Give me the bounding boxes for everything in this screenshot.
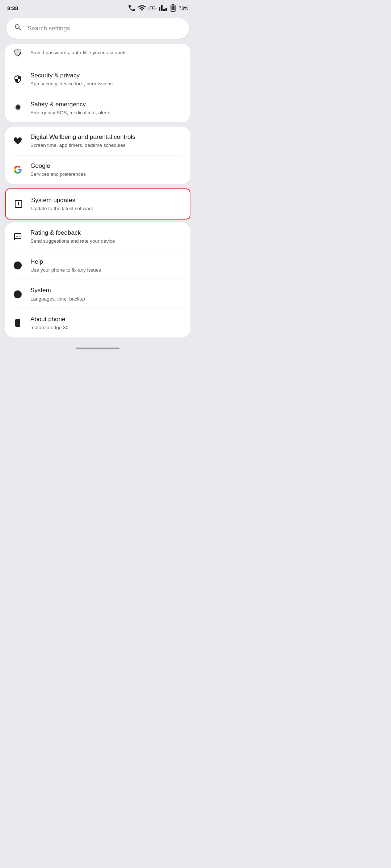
help-title: Help <box>30 258 183 266</box>
home-bar <box>76 348 119 349</box>
security-privacy-item[interactable]: Security & privacy App security, device … <box>5 65 190 94</box>
svg-rect-2 <box>171 6 175 10</box>
google-text: Google Services and preferences <box>30 162 183 178</box>
system-updates-title: System updates <box>31 196 182 204</box>
security-privacy-text: Security & privacy App security, device … <box>30 72 183 87</box>
security-icon <box>12 74 23 85</box>
rating-feedback-subtitle: Send suggestions and rate your device <box>30 238 183 244</box>
search-bar[interactable]: Search settings <box>7 18 189 39</box>
system-info-icon <box>12 289 23 300</box>
svg-point-6 <box>18 267 18 268</box>
search-bar-container: Search settings <box>0 14 196 44</box>
svg-rect-12 <box>16 320 19 321</box>
digital-wellbeing-item[interactable]: Digital Wellbeing and parental controls … <box>5 127 190 155</box>
system-text: System Languages, time, backup <box>30 286 183 302</box>
battery-percentage: 78% <box>179 5 188 11</box>
google-subtitle: Services and preferences <box>30 171 183 178</box>
safety-emergency-title: Safety & emergency <box>30 101 183 109</box>
wifi-icon <box>138 4 146 12</box>
digital-wellbeing-subtitle: Screen time, app timers, bedtime schedul… <box>30 142 183 149</box>
rating-feedback-icon <box>12 231 23 242</box>
home-indicator <box>0 342 196 353</box>
svg-rect-1 <box>172 4 174 5</box>
rating-feedback-text: Rating & feedback Send suggestions and r… <box>30 229 183 244</box>
settings-section-1: Saved passwords, auto-fill, synced accou… <box>5 44 190 122</box>
system-item[interactable]: System Languages, time, backup <box>5 280 190 309</box>
help-icon <box>12 260 23 271</box>
security-privacy-title: Security & privacy <box>30 72 183 80</box>
system-updates-subtitle: Update to the latest software <box>31 205 182 212</box>
passwords-item[interactable]: Saved passwords, auto-fill, synced accou… <box>5 44 190 65</box>
system-title: System <box>30 286 183 294</box>
safety-emergency-item[interactable]: ✱ Safety & emergency Emergency SOS, medi… <box>5 94 190 123</box>
google-item[interactable]: Google Services and preferences <box>5 156 190 184</box>
status-bar: 8:38 LTE+ 78% <box>0 0 196 14</box>
about-phone-subtitle: motorola edge 30 <box>30 324 183 331</box>
system-updates-icon <box>13 199 24 209</box>
search-icon <box>14 23 22 34</box>
signal-icon <box>159 4 167 12</box>
status-icons: LTE+ 78% <box>127 4 188 12</box>
about-phone-item[interactable]: About phone motorola edge 30 <box>5 309 190 337</box>
passwords-icon <box>12 47 23 58</box>
rating-feedback-item[interactable]: Rating & feedback Send suggestions and r… <box>5 222 190 251</box>
digital-wellbeing-icon <box>12 136 23 146</box>
system-subtitle: Languages, time, backup <box>30 296 183 302</box>
system-updates-text: System updates Update to the latest soft… <box>31 196 182 212</box>
svg-text:✱: ✱ <box>15 104 21 111</box>
passwords-subtitle: Saved passwords, auto-fill, synced accou… <box>30 50 183 56</box>
google-title: Google <box>30 162 183 170</box>
search-placeholder-text: Search settings <box>28 25 70 32</box>
system-updates-section: System updates Update to the latest soft… <box>5 188 190 220</box>
call-icon <box>127 4 136 12</box>
safety-icon: ✱ <box>12 103 23 114</box>
system-updates-item[interactable]: System updates Update to the latest soft… <box>6 189 190 219</box>
about-phone-title: About phone <box>30 315 183 323</box>
rating-feedback-title: Rating & feedback <box>30 229 183 237</box>
google-icon <box>12 164 23 175</box>
help-subtitle: Use your phone to fix any issues <box>30 267 183 273</box>
status-time: 8:38 <box>7 5 18 11</box>
about-phone-text: About phone motorola edge 30 <box>30 315 183 331</box>
safety-emergency-subtitle: Emergency SOS, medical info, alerts <box>30 110 183 116</box>
security-privacy-subtitle: App security, device lock, permissions <box>30 81 183 87</box>
about-phone-icon <box>12 318 23 328</box>
help-text: Help Use your phone to fix any issues <box>30 258 183 273</box>
help-item[interactable]: Help Use your phone to fix any issues <box>5 251 190 280</box>
lte-indicator: LTE+ <box>148 6 157 10</box>
digital-wellbeing-title: Digital Wellbeing and parental controls <box>30 133 183 141</box>
digital-wellbeing-text: Digital Wellbeing and parental controls … <box>30 133 183 149</box>
settings-section-4: Rating & feedback Send suggestions and r… <box>5 222 190 337</box>
passwords-text: Saved passwords, auto-fill, synced accou… <box>30 50 183 56</box>
battery-icon <box>169 4 177 12</box>
safety-emergency-text: Safety & emergency Emergency SOS, medica… <box>30 101 183 116</box>
settings-section-2: Digital Wellbeing and parental controls … <box>5 127 190 184</box>
